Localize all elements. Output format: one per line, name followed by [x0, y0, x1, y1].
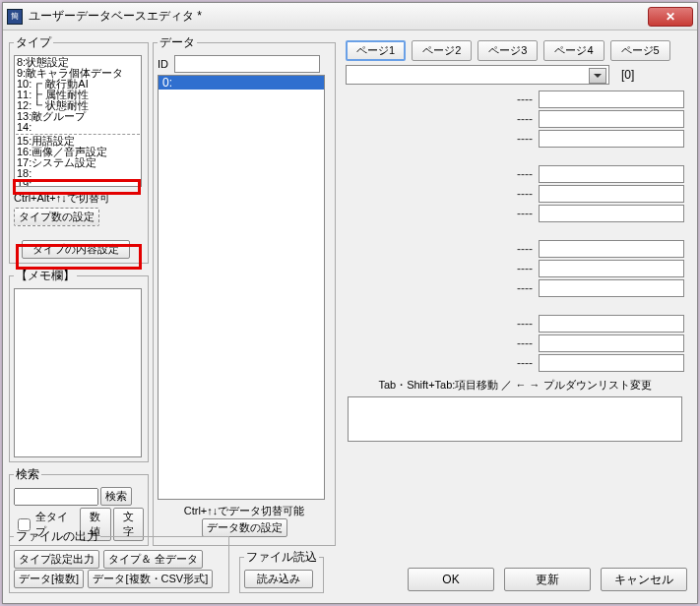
- output-type-alldata[interactable]: タイプ＆ 全データ: [103, 550, 203, 569]
- field-label: ----: [346, 187, 533, 201]
- type-list-item[interactable]: 18:: [16, 168, 140, 179]
- type-switch-hint: Ctrl+Alt+↑↓で切替可: [14, 191, 144, 206]
- type-count-button[interactable]: タイプ数の設定: [14, 208, 99, 226]
- memo-fieldset: 【メモ欄】: [9, 268, 149, 462]
- id-label: ID: [158, 58, 168, 70]
- close-button[interactable]: ✕: [648, 7, 693, 27]
- field-slot: ----: [346, 205, 684, 222]
- field-slot: ----: [346, 260, 684, 277]
- type-list-item[interactable]: 14:: [16, 122, 140, 133]
- field-input[interactable]: [539, 279, 684, 297]
- right-column: ページ1ページ2ページ3ページ4ページ5 [0] ---------------…: [340, 34, 690, 442]
- load-button[interactable]: 読み込み: [244, 570, 313, 588]
- type-list-item[interactable]: 19:: [16, 179, 140, 187]
- type-list[interactable]: 8:状態設定 9:敵キャラ個体データ10:┏ 敵行動AI11:┣ 属性耐性12:…: [14, 55, 142, 187]
- field-slot: ----: [346, 334, 684, 352]
- type-fieldset: タイプ 8:状態設定 9:敵キャラ個体データ10:┏ 敵行動AI11:┣ 属性耐…: [9, 34, 149, 264]
- field-input[interactable]: [539, 91, 684, 108]
- output-type-settings[interactable]: タイプ設定出力: [14, 550, 99, 569]
- output-data-csv[interactable]: データ[複数・CSV形式]: [88, 570, 213, 588]
- field-slot: ----: [346, 240, 684, 258]
- load-fieldset: ファイル読込 読み込み: [239, 549, 324, 593]
- output-legend: ファイルの出力: [14, 528, 100, 545]
- nav-hint: Tab・Shift+Tab:項目移動 ／ ← → プルダウンリスト変更: [346, 378, 684, 393]
- middle-column: データ ID 0: Ctrl+↑↓でデータ切替可能 データ数の設定: [153, 34, 336, 550]
- tab-page-5[interactable]: ページ5: [610, 40, 670, 61]
- tab-page-3[interactable]: ページ3: [477, 40, 538, 61]
- type-legend: タイプ: [14, 34, 53, 51]
- load-legend: ファイル読込: [244, 549, 319, 566]
- field-label: ----: [346, 132, 533, 146]
- field-label: ----: [346, 92, 533, 106]
- field-label: ----: [346, 207, 533, 220]
- field-slot: ----: [346, 354, 684, 372]
- type-list-item[interactable]: 17:システム設定: [16, 157, 140, 168]
- field-input[interactable]: [539, 130, 684, 148]
- data-legend: データ: [158, 34, 197, 51]
- field-slot: ----: [346, 315, 684, 333]
- field-slots: ----------------------------------------…: [346, 91, 684, 372]
- data-fieldset: データ ID 0: Ctrl+↑↓でデータ切替可能 データ数の設定: [153, 34, 336, 546]
- titlebar: 簡 ユーザーデータベースエディタ * ✕: [3, 3, 697, 30]
- memo-legend: 【メモ欄】: [14, 268, 77, 284]
- tab-page-2[interactable]: ページ2: [412, 40, 472, 61]
- field-slot: ----: [346, 165, 684, 183]
- data-switch-hint: Ctrl+↑↓でデータ切替可能: [158, 504, 331, 518]
- field-input[interactable]: [539, 205, 684, 222]
- tab-page-1[interactable]: ページ1: [346, 40, 406, 61]
- field-slot: ----: [346, 91, 684, 108]
- type-list-item[interactable]: 13:敵グループ: [16, 111, 140, 122]
- cancel-button[interactable]: キャンセル: [601, 568, 687, 591]
- search-button[interactable]: 検索: [100, 487, 132, 506]
- field-input[interactable]: [539, 334, 684, 352]
- dialog-buttons: OK 更新 キャンセル: [408, 568, 687, 591]
- field-slot: ----: [346, 185, 684, 203]
- data-list[interactable]: 0:: [158, 75, 325, 500]
- memo-textarea[interactable]: [14, 288, 142, 457]
- field-label: ----: [346, 242, 533, 256]
- field-input[interactable]: [539, 354, 684, 372]
- update-button[interactable]: 更新: [504, 568, 591, 591]
- field-label: ----: [346, 167, 533, 181]
- field-input[interactable]: [539, 110, 684, 128]
- id-input[interactable]: [174, 55, 320, 73]
- field-input[interactable]: [539, 240, 684, 258]
- search-legend: 検索: [14, 466, 41, 483]
- field-slot: ----: [346, 130, 684, 148]
- window-title: ユーザーデータベースエディタ *: [29, 8, 202, 25]
- output-data-multi[interactable]: データ[複数]: [14, 570, 84, 588]
- field-slot: ----: [346, 110, 684, 128]
- app-icon: 簡: [7, 9, 23, 25]
- field-label: ----: [346, 262, 533, 275]
- field-input[interactable]: [539, 315, 684, 333]
- field-input[interactable]: [539, 260, 684, 277]
- page-content: [0] ------------------------------------…: [340, 65, 690, 442]
- field-slot: ----: [346, 279, 684, 297]
- field-input[interactable]: [539, 185, 684, 203]
- field-label: ----: [346, 317, 533, 331]
- field-label: ----: [346, 336, 533, 350]
- bottom-area: ファイルの出力 タイプ設定出力 タイプ＆ 全データ データ[複数] データ[複数…: [9, 528, 691, 597]
- client-area: タイプ 8:状態設定 9:敵キャラ個体データ10:┏ 敵行動AI11:┣ 属性耐…: [3, 30, 697, 603]
- page-tabs: ページ1ページ2ページ3ページ4ページ5: [346, 40, 690, 61]
- type-content-button[interactable]: タイプの内容設定: [22, 240, 130, 259]
- top-combo[interactable]: [346, 65, 609, 85]
- field-label: ----: [346, 281, 533, 295]
- zero-label: [0]: [621, 68, 634, 82]
- field-label: ----: [346, 356, 533, 370]
- output-fieldset: ファイルの出力 タイプ設定出力 タイプ＆ 全データ データ[複数] データ[複数…: [9, 528, 229, 593]
- tab-page-4[interactable]: ページ4: [543, 40, 604, 61]
- large-textarea[interactable]: [348, 396, 682, 442]
- data-list-selected[interactable]: 0:: [159, 76, 324, 90]
- search-input[interactable]: [14, 488, 98, 506]
- ok-button[interactable]: OK: [408, 568, 494, 591]
- left-column: タイプ 8:状態設定 9:敵キャラ個体データ10:┏ 敵行動AI11:┣ 属性耐…: [9, 34, 149, 550]
- field-label: ----: [346, 112, 533, 126]
- field-input[interactable]: [539, 165, 684, 183]
- editor-window: 簡 ユーザーデータベースエディタ * ✕ タイプ 8:状態設定 9:敵キャラ個体…: [2, 2, 698, 604]
